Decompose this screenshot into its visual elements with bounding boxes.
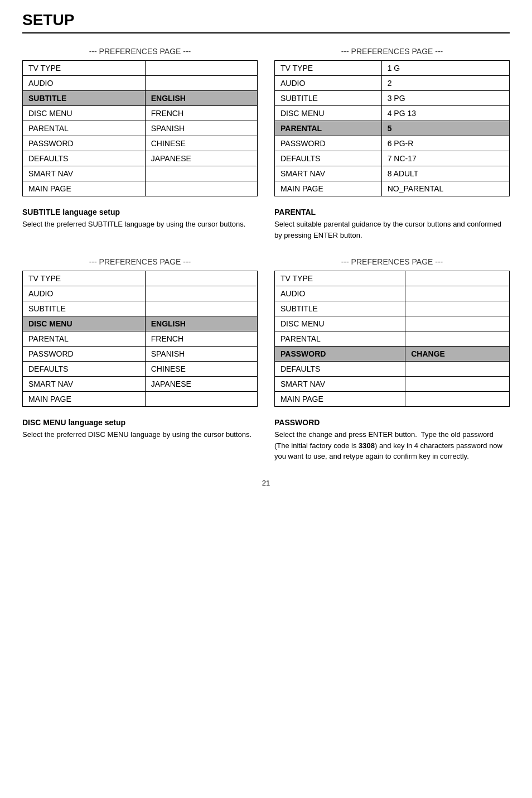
table-row: SUBTITLE (23, 301, 258, 316)
cell-highlighted: DISC MENU (23, 316, 146, 331)
cell: PARENTAL (23, 121, 146, 136)
cell: PARENTAL (23, 331, 146, 347)
cell: 7 NC-17 (381, 151, 509, 166)
cell: 3 PG (381, 91, 509, 106)
cell: SMART NAV (23, 166, 146, 181)
cell (405, 316, 510, 331)
table-row: DEFAULTS JAPANESE (23, 151, 258, 166)
table-row: AUDIO 2 (275, 76, 510, 91)
table-row: MAIN PAGE (275, 392, 510, 407)
cell: SUBTITLE (275, 91, 382, 106)
table-row: SMART NAV (23, 166, 258, 181)
table-row: AUDIO (23, 286, 258, 301)
cell-highlighted: 5 (381, 121, 509, 136)
top-right-menu-table: TV TYPE 1 G AUDIO 2 SUBTITLE 3 PG DISC M… (274, 60, 510, 196)
table-row: DEFAULTS CHINESE (23, 362, 258, 377)
cell-highlighted: ENGLISH (145, 316, 257, 331)
cell: PASSWORD (23, 136, 146, 151)
table-row: MAIN PAGE (23, 392, 258, 407)
cell: AUDIO (23, 286, 146, 301)
bottom-right-col: --- PREFERENCES PAGE --- TV TYPE AUDIO S… (274, 257, 510, 407)
bottom-left-pref-label: --- PREFERENCES PAGE --- (22, 257, 258, 266)
cell: DISC MENU (23, 106, 146, 121)
cell: MAIN PAGE (23, 392, 146, 407)
top-right-pref-label: --- PREFERENCES PAGE --- (274, 47, 510, 56)
bottom-row: --- PREFERENCES PAGE --- TV TYPE AUDIO S… (22, 257, 510, 407)
cell: PASSWORD (275, 136, 382, 151)
cell: DISC MENU (275, 106, 382, 121)
top-left-pref-label: --- PREFERENCES PAGE --- (22, 47, 258, 56)
cell: NO_PARENTAL (381, 181, 509, 196)
table-row: DEFAULTS (275, 362, 510, 377)
page-number: 21 (22, 479, 510, 487)
table-row: DISC MENU (275, 316, 510, 331)
table-row: DEFAULTS 7 NC-17 (275, 151, 510, 166)
cell: SUBTITLE (23, 301, 146, 316)
bottom-right-pref-label: --- PREFERENCES PAGE --- (274, 257, 510, 266)
cell: DEFAULTS (275, 151, 382, 166)
cell (405, 271, 510, 286)
table-row: PARENTAL SPANISH (23, 121, 258, 136)
page-title: SETUP (22, 11, 510, 33)
parental-desc-body: Select suitable parental guidance by the… (274, 219, 510, 241)
password-desc-col: PASSWORD Select the change and press ENT… (274, 418, 510, 462)
table-row: PARENTAL FRENCH (23, 331, 258, 347)
cell-highlighted: PASSWORD (275, 347, 405, 362)
table-row: AUDIO (275, 286, 510, 301)
top-left-col: --- PREFERENCES PAGE --- TV TYPE AUDIO S… (22, 47, 258, 196)
cell: DISC MENU (275, 316, 405, 331)
cell: AUDIO (275, 76, 382, 91)
cell (145, 392, 257, 407)
cell: SMART NAV (275, 166, 382, 181)
table-row: SMART NAV (275, 377, 510, 392)
cell: FRENCH (145, 331, 257, 347)
cell (145, 301, 257, 316)
cell: TV TYPE (275, 271, 405, 286)
table-row: PASSWORD CHANGE (275, 347, 510, 362)
table-row: SUBTITLE ENGLISH (23, 91, 258, 106)
cell: TV TYPE (23, 271, 146, 286)
cell (405, 301, 510, 316)
cell: FRENCH (145, 106, 257, 121)
cell (145, 181, 257, 196)
cell: TV TYPE (275, 61, 382, 76)
cell: AUDIO (23, 76, 146, 91)
subtitle-desc-body: Select the preferred SUBTITLE language b… (22, 219, 258, 230)
table-row: SMART NAV 8 ADULT (275, 166, 510, 181)
table-row: DISC MENU FRENCH (23, 106, 258, 121)
table-row: MAIN PAGE NO_PARENTAL (275, 181, 510, 196)
table-row: PASSWORD 6 PG-R (275, 136, 510, 151)
top-left-menu-table: TV TYPE AUDIO SUBTITLE ENGLISH DISC MENU… (22, 60, 258, 196)
cell: 4 PG 13 (381, 106, 509, 121)
table-row: TV TYPE 1 G (275, 61, 510, 76)
subtitle-desc-col: SUBTITLE language setup Select the prefe… (22, 208, 258, 241)
cell: SMART NAV (23, 377, 146, 392)
table-row: DISC MENU ENGLISH (23, 316, 258, 331)
cell: DEFAULTS (23, 151, 146, 166)
cell: 6 PG-R (381, 136, 509, 151)
cell: SMART NAV (275, 377, 405, 392)
cell: MAIN PAGE (23, 181, 146, 196)
cell: SPANISH (145, 121, 257, 136)
cell (405, 377, 510, 392)
disc-menu-desc-body: Select the preferred DISC MENU language … (22, 429, 258, 440)
bottom-descriptions: DISC MENU language setup Select the pref… (22, 418, 510, 462)
cell (145, 166, 257, 181)
table-row: MAIN PAGE (23, 181, 258, 196)
cell: DEFAULTS (275, 362, 405, 377)
table-row: PARENTAL (275, 331, 510, 347)
disc-menu-desc-col: DISC MENU language setup Select the pref… (22, 418, 258, 462)
bottom-left-col: --- PREFERENCES PAGE --- TV TYPE AUDIO S… (22, 257, 258, 407)
cell: TV TYPE (23, 61, 146, 76)
cell: AUDIO (275, 286, 405, 301)
cell-highlighted: PARENTAL (275, 121, 382, 136)
table-row: SMART NAV JAPANESE (23, 377, 258, 392)
table-row: PASSWORD SPANISH (23, 347, 258, 362)
password-desc-body: Select the change and press ENTER button… (274, 429, 510, 462)
cell (145, 76, 257, 91)
cell (145, 271, 257, 286)
cell-highlighted: SUBTITLE (23, 91, 146, 106)
cell: JAPANESE (145, 151, 257, 166)
top-descriptions: SUBTITLE language setup Select the prefe… (22, 208, 510, 241)
table-row: TV TYPE (23, 61, 258, 76)
